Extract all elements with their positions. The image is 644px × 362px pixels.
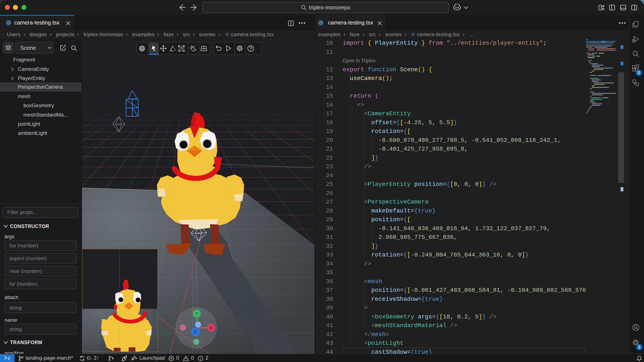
svg-text:Y: Y — [196, 311, 198, 316]
svg-text:X: X — [210, 326, 212, 330]
svg-text:Z: Z — [194, 330, 196, 334]
